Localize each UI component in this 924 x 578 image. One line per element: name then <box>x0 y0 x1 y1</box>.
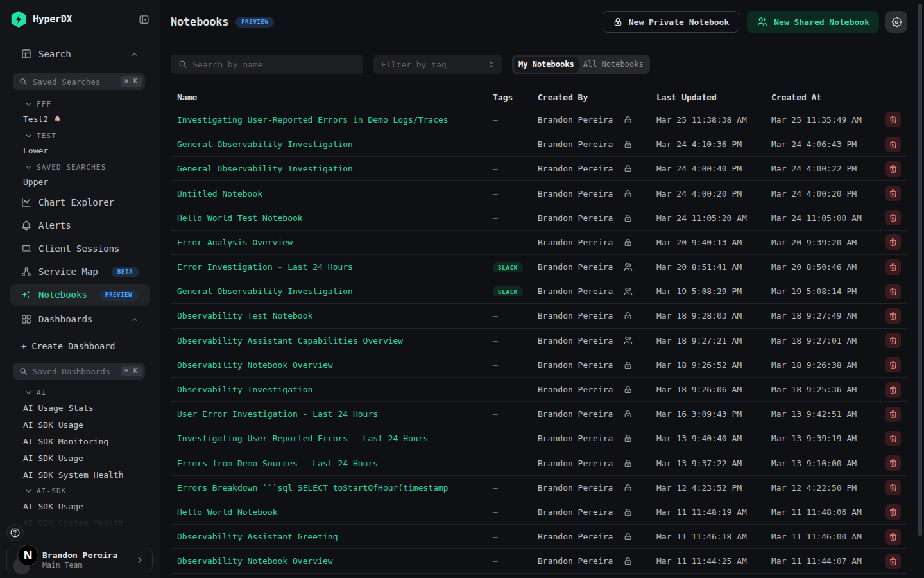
table-row[interactable]: Errors Breakdown ```sql SELECT toStartOf… <box>171 476 907 500</box>
collapse-sidebar-button[interactable] <box>137 13 151 26</box>
delete-notebook-button[interactable] <box>886 112 901 127</box>
notebook-name-link[interactable]: Error Investigation - Last 24 Hours <box>171 262 486 272</box>
notebook-name-link[interactable]: General Observability Investigation <box>171 139 486 149</box>
notebook-name-link[interactable]: Observability Notebook Overview <box>171 556 486 566</box>
table-row[interactable]: Hello World Notebook — Brandon Pereira M… <box>171 500 907 525</box>
delete-notebook-button[interactable] <box>886 308 901 324</box>
table-row[interactable]: Observability Notebook Overview — Brando… <box>171 549 907 574</box>
table-row[interactable]: General Observability Investigation SLAC… <box>171 279 907 304</box>
tab-all-notebooks[interactable]: All Notebooks <box>579 57 648 73</box>
notebook-name-link[interactable]: Observability Investigation <box>171 385 486 394</box>
table-row[interactable]: Observability Investigation — Brandon Pe… <box>171 378 907 402</box>
notebook-name-link[interactable]: Error Analysis Overview <box>171 238 486 247</box>
sidebar-item-ai-sdk-monitoring[interactable]: AI SDK Monitoring <box>0 433 159 450</box>
empty-tags-dash: — <box>493 164 498 173</box>
notebook-name-link[interactable]: Investigating User-Reported Errors - Las… <box>171 434 486 443</box>
delete-notebook-button[interactable] <box>886 357 901 372</box>
notebook-name-link[interactable]: Observability Assistant Greeting <box>171 532 486 541</box>
table-row[interactable]: Error Investigation - Last 24 Hours SLAC… <box>171 255 907 279</box>
sidebar-item-ai-sdk-usage[interactable]: AI SDK Usage <box>0 450 159 466</box>
sidebar-item-service-map[interactable]: Service Map BETA <box>0 260 159 283</box>
table-header: Name Tags Created By Last Updated Create… <box>171 88 907 107</box>
sidebar-item-ai-sdk-usage[interactable]: AI SDK Usage <box>0 498 159 514</box>
sidebar-item-lower[interactable]: Lower <box>0 143 159 158</box>
sidebar-item-dashboards[interactable]: Dashboards <box>0 308 159 331</box>
user-menu[interactable]: N Brandon Pereira Main Team <box>6 548 153 572</box>
sidebar-item-alerts[interactable]: Alerts <box>0 214 159 237</box>
search-by-name-input[interactable]: Search by name <box>171 55 363 74</box>
notebook-created-by: Brandon Pereira <box>531 335 650 346</box>
sidebar-group-header[interactable]: FFF <box>0 98 159 111</box>
notebook-name-link[interactable]: Hello World Test Notebook <box>171 213 486 223</box>
sidebar-item-notebooks[interactable]: Notebooks PREVIEW <box>0 283 159 306</box>
delete-notebook-button[interactable] <box>886 259 901 275</box>
notebook-name-link[interactable]: Errors Breakdown ```sql SELECT toStartOf… <box>171 483 486 493</box>
scrollbar-thumb[interactable] <box>918 4 922 536</box>
table-row[interactable]: Observability Test Notebook — Brandon Pe… <box>171 304 907 328</box>
table-row[interactable]: Investigating User-Reported Errors - Las… <box>171 426 907 451</box>
delete-notebook-button[interactable] <box>886 161 901 177</box>
table-row[interactable]: Untitled Notebook — Brandon Pereira Mar … <box>171 181 907 206</box>
table-row[interactable]: Investigating User-Reported Errors in De… <box>171 108 907 132</box>
sidebar-group-header[interactable]: TEST <box>0 129 159 143</box>
table-row[interactable]: User Error Investigation - Last 24 Hours… <box>171 402 907 426</box>
delete-notebook-button[interactable] <box>886 210 901 225</box>
delete-notebook-button[interactable] <box>886 455 901 471</box>
delete-notebook-button[interactable] <box>886 554 901 569</box>
help-button[interactable] <box>6 524 24 541</box>
sidebar-item-client-sessions[interactable]: Client Sessions <box>0 237 159 260</box>
saved-searches-placeholder: Saved Searches <box>33 77 121 87</box>
filter-by-tag-select[interactable]: Filter by tag <box>373 55 502 74</box>
notebook-name-link[interactable]: Observability Test Notebook <box>171 311 486 320</box>
table-row[interactable]: Observability Assistant Capabilities Ove… <box>171 329 907 353</box>
sidebar-item-test2[interactable]: Test2 <box>0 111 159 127</box>
table-row[interactable]: Hello World Test Notebook — Brandon Pere… <box>171 206 907 231</box>
delete-notebook-button[interactable] <box>886 284 901 299</box>
dashboards-icon <box>21 313 32 325</box>
tab-my-notebooks[interactable]: My Notebooks <box>514 57 579 73</box>
delete-notebook-button[interactable] <box>886 504 901 520</box>
notebook-name-link[interactable]: Observability Assistant Capabilities Ove… <box>171 336 486 346</box>
notebook-name-link[interactable]: Untitled Notebook <box>171 189 486 198</box>
delete-notebook-button[interactable] <box>886 186 901 201</box>
lock-icon <box>623 238 633 247</box>
notebook-name-link[interactable]: General Observability Investigation <box>171 286 486 296</box>
table-row[interactable]: Errors from Demo Sources - Last 24 Hours… <box>171 451 907 476</box>
sidebar-item-search[interactable]: Search <box>0 42 159 66</box>
notebook-name-link[interactable]: Errors from Demo Sources - Last 24 Hours <box>171 459 486 468</box>
sidebar-item-ai-usage-stats[interactable]: AI Usage Stats <box>0 399 159 416</box>
notebook-name-link[interactable]: General Observability Investigation <box>171 164 486 173</box>
create-dashboard-button[interactable]: + Create Dashboard <box>0 338 159 354</box>
sidebar-item-ai-sdk-system-health[interactable]: AI SDK System Health <box>0 466 159 483</box>
delete-notebook-button[interactable] <box>886 333 901 348</box>
notebook-name-link[interactable]: Investigating User-Reported Errors in De… <box>171 115 486 125</box>
delete-notebook-button[interactable] <box>886 431 901 446</box>
delete-notebook-button[interactable] <box>886 529 901 545</box>
table-row[interactable]: Error Analysis Overview — Brandon Pereir… <box>171 231 907 255</box>
sidebar-item-upper[interactable]: Upper <box>0 174 159 189</box>
sidebar-group-header[interactable]: AI <box>0 386 159 399</box>
sidebar-group-header[interactable]: AI-SDK <box>0 484 159 498</box>
table-row[interactable]: General Observability Investigation — Br… <box>171 132 907 157</box>
delete-notebook-button[interactable] <box>886 234 901 250</box>
delete-notebook-button[interactable] <box>886 382 901 398</box>
new-shared-notebook-button[interactable]: New Shared Notebook <box>747 11 879 33</box>
saved-dashboards-input[interactable]: Saved Dashboards ⌘ K <box>13 363 145 380</box>
table-row[interactable]: Observability Notebook Overview — Brando… <box>171 353 907 378</box>
sidebar-item-ai-sdk-usage[interactable]: AI SDK Usage <box>0 416 159 433</box>
new-private-notebook-button[interactable]: New Private Notebook <box>603 11 740 33</box>
settings-button[interactable] <box>886 11 907 33</box>
delete-notebook-button[interactable] <box>886 480 901 495</box>
delete-notebook-button[interactable] <box>886 137 901 152</box>
sidebar-item-chart-explorer[interactable]: Chart Explorer <box>0 191 159 214</box>
saved-searches-input[interactable]: Saved Searches ⌘ K <box>13 73 145 90</box>
delete-notebook-button[interactable] <box>886 407 901 422</box>
notebook-name-link[interactable]: User Error Investigation - Last 24 Hours <box>171 409 486 419</box>
trash-icon <box>889 189 898 198</box>
sidebar-group-header[interactable]: SAVED SEARCHES <box>0 161 159 174</box>
table-row[interactable]: Observability Assistant Greeting — Brand… <box>171 525 907 549</box>
notebook-name-link[interactable]: Hello World Notebook <box>171 507 486 517</box>
notebook-created-by: Brandon Pereira <box>531 286 650 297</box>
notebook-name-link[interactable]: Observability Notebook Overview <box>171 360 486 370</box>
table-row[interactable]: General Observability Investigation — Br… <box>171 157 907 181</box>
